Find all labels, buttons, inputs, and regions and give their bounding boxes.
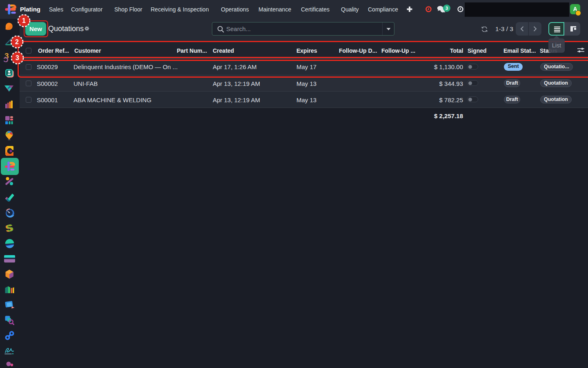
svg-text:C: C: [3, 56, 8, 63]
svg-text:3: 3: [16, 54, 19, 61]
svg-text:1: 1: [22, 17, 26, 24]
svg-text:2: 2: [15, 38, 19, 45]
